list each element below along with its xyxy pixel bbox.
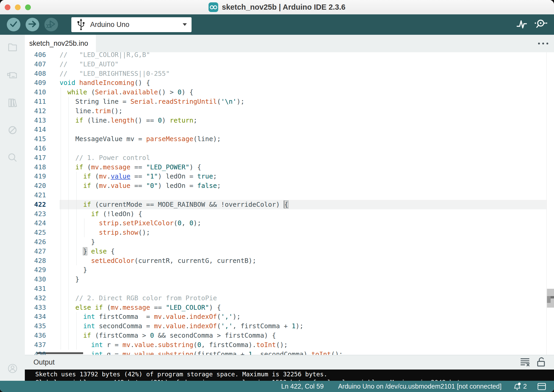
code-line[interactable]: if (firstComma > 0 && secondComma > firs… <box>52 331 547 340</box>
sidebar-item-search[interactable] <box>0 152 25 164</box>
line-number[interactable]: 412 <box>25 106 46 116</box>
code-line[interactable]: // "LED_AUTO" <box>52 60 547 69</box>
line-number[interactable]: 414 <box>25 125 46 134</box>
code-line[interactable]: strip.show(); <box>52 228 547 237</box>
debug-button[interactable] <box>44 18 58 31</box>
code-line[interactable]: } else { <box>52 247 547 256</box>
line-number[interactable]: 436 <box>25 331 46 340</box>
zoom-window-button[interactable] <box>25 4 31 10</box>
code-line[interactable]: if (currentMode == MODE_RAINBOW && !over… <box>52 200 547 209</box>
selection-overview-mark <box>547 296 551 303</box>
sidebar-item-sketchbook[interactable] <box>0 42 25 54</box>
ellipsis-icon <box>538 43 540 44</box>
clear-output-button[interactable] <box>520 357 530 368</box>
code-line[interactable]: while (Serial.available() > 0) { <box>52 88 547 97</box>
more-actions-button[interactable] <box>538 35 548 52</box>
line-number[interactable]: 410 <box>25 88 46 97</box>
code-line[interactable]: void handleIncoming() { <box>52 78 547 88</box>
vertical-scrollbar[interactable] <box>546 52 554 355</box>
line-number[interactable]: 409 <box>25 78 46 88</box>
line-number[interactable]: 417 <box>25 153 46 163</box>
line-number[interactable]: 434 <box>25 312 46 321</box>
code-line[interactable]: // 2. Direct RGB color from ProtoPie <box>52 293 547 303</box>
serial-monitor-button[interactable] <box>534 18 547 31</box>
code-line[interactable]: MessageValue mv = parseMessage(line); <box>52 134 547 144</box>
code-line[interactable]: int firstComma = mv.value.indexOf(','); <box>52 312 547 321</box>
line-number[interactable]: 433 <box>25 303 46 312</box>
code-line[interactable]: line.trim(); <box>52 106 547 116</box>
line-number[interactable]: 424 <box>25 218 46 228</box>
code-line[interactable]: if (mv.value == "1") ledOn = true; <box>52 172 547 181</box>
code-line[interactable] <box>52 125 547 134</box>
code-line[interactable]: // 1. Power control <box>52 153 547 163</box>
code-line[interactable]: else if (mv.message == "LED_COLOR") { <box>52 303 547 312</box>
line-number[interactable]: 438 <box>25 350 46 355</box>
code-line[interactable]: if (mv.value == "0") ledOn = false; <box>52 181 547 191</box>
folder-icon <box>7 42 19 54</box>
code-line[interactable] <box>52 144 547 153</box>
verify-button[interactable] <box>7 18 20 31</box>
line-number[interactable]: 429 <box>25 265 46 275</box>
line-number[interactable]: 421 <box>25 191 46 200</box>
code-line[interactable] <box>52 191 547 200</box>
tab-sketch[interactable]: sketch_nov25b.ino <box>25 35 96 52</box>
code-line[interactable]: setLedColor(currentR, currentG, currentB… <box>52 256 547 266</box>
minimize-window-button[interactable] <box>15 4 21 10</box>
usb-icon <box>77 18 85 32</box>
code-line[interactable]: if (mv.message == "LED_POWER") { <box>52 163 547 172</box>
board-selector[interactable]: Arduino Uno <box>71 17 192 32</box>
line-number[interactable]: 420 <box>25 181 46 191</box>
autoscroll-lock-button[interactable] <box>537 357 546 368</box>
close-window-button[interactable] <box>5 4 10 10</box>
code-line[interactable]: // "LED_COLOR||R,G,B" <box>52 52 547 60</box>
line-number[interactable]: 416 <box>25 144 46 153</box>
code-line[interactable]: } <box>52 275 547 284</box>
code-line[interactable]: // "LED_BRIGHTNESS||0-255" <box>52 69 547 78</box>
line-number[interactable]: 428 <box>25 256 46 266</box>
toggle-panel-button[interactable] <box>537 383 546 390</box>
code-line[interactable]: strip.setPixelColor(0, 0); <box>52 218 547 228</box>
line-number[interactable]: 413 <box>25 116 46 125</box>
code-line[interactable]: if (!ledOn) { <box>52 209 547 219</box>
debug-icon <box>44 17 58 32</box>
line-number[interactable]: 422 <box>25 200 46 209</box>
line-number[interactable]: 408 <box>25 69 46 78</box>
console-line: Global variables use 449 bytes (21%) of … <box>35 378 554 381</box>
arduino-app-icon <box>209 2 218 12</box>
code-line[interactable]: } <box>52 237 547 247</box>
line-number[interactable]: 415 <box>25 134 46 144</box>
code-line[interactable]: int r = mv.value.substring(0, firstComma… <box>52 340 547 350</box>
code-line[interactable]: int g = mv.value.substring(firstComma + … <box>52 350 547 355</box>
cursor-position[interactable]: Ln 422, Col 59 <box>281 383 324 390</box>
board-selector-label: Arduino Uno <box>90 21 129 29</box>
line-number[interactable]: 431 <box>25 284 46 293</box>
sidebar-item-boards-manager[interactable] <box>0 69 25 81</box>
line-number[interactable]: 411 <box>25 97 46 106</box>
line-number[interactable]: 419 <box>25 172 46 181</box>
line-number[interactable]: 427 <box>25 247 46 256</box>
board-connection-status[interactable]: Arduino Uno on /dev/cu.usbmodem2101 [not… <box>338 383 501 390</box>
code-line[interactable] <box>52 284 547 293</box>
line-number[interactable]: 432 <box>25 293 46 303</box>
code-editor[interactable]: 4064074084094104114124134144154164174184… <box>25 52 554 355</box>
line-number[interactable]: 406 <box>25 52 46 60</box>
line-number[interactable]: 407 <box>25 60 46 69</box>
sidebar-item-library-manager[interactable] <box>0 97 25 109</box>
line-number[interactable]: 423 <box>25 209 46 219</box>
code-line[interactable]: } <box>52 265 547 275</box>
code-line[interactable]: String line = Serial.readStringUntil('\n… <box>52 97 547 106</box>
line-number[interactable]: 435 <box>25 321 46 331</box>
checkmark-icon <box>7 17 20 32</box>
line-number[interactable]: 418 <box>25 163 46 172</box>
line-number[interactable]: 425 <box>25 228 46 237</box>
code-line[interactable]: int secondComma = mv.value.indexOf(',', … <box>52 321 547 331</box>
serial-plotter-button[interactable] <box>516 18 527 31</box>
upload-button[interactable] <box>26 18 39 31</box>
sidebar-item-debug[interactable] <box>0 124 25 136</box>
line-number[interactable]: 430 <box>25 275 46 284</box>
line-number[interactable]: 437 <box>25 340 46 350</box>
account-button[interactable] <box>0 362 25 375</box>
notifications-button[interactable]: 2 <box>513 382 527 391</box>
code-line[interactable]: if (line.length() == 0) return; <box>52 116 547 125</box>
line-number[interactable]: 426 <box>25 237 46 247</box>
